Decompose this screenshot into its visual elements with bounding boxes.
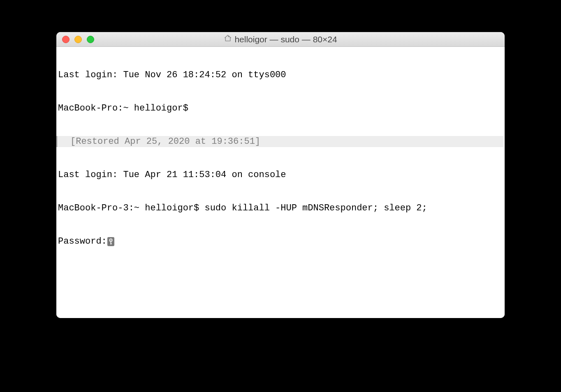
- titlebar[interactable]: helloigor — sudo — 80×24: [56, 32, 505, 47]
- prompt: MacBook-Pro-3:~ helloigor$: [58, 203, 204, 213]
- restored-session-label: [Restored Apr 25, 2020 at 19:36:51]: [58, 136, 260, 147]
- window-title: helloigor — sudo — 80×24: [234, 35, 337, 44]
- svg-rect-4: [110, 243, 111, 244]
- minimize-button[interactable]: [74, 36, 82, 43]
- terminal-window: helloigor — sudo — 80×24 Last login: Tue…: [56, 32, 505, 318]
- svg-point-2: [110, 240, 111, 240]
- password-label: Password:: [58, 236, 107, 247]
- prompt-line: MacBook-Pro:~ helloigor$: [58, 103, 504, 114]
- command-line: MacBook-Pro-3:~ helloigor$ sudo killall …: [58, 203, 504, 214]
- terminal-body[interactable]: Last login: Tue Nov 26 18:24:52 on ttys0…: [56, 47, 505, 318]
- window-title-group: helloigor — sudo — 80×24: [56, 34, 505, 44]
- output-line: Last login: Tue Apr 21 11:53:04 on conso…: [58, 169, 504, 180]
- key-icon: [107, 237, 114, 246]
- maximize-button[interactable]: [87, 36, 94, 43]
- command-text: sudo killall -HUP mDNSResponder; sleep 2…: [204, 203, 427, 213]
- restored-session-row: [Restored Apr 25, 2020 at 19:36:51]: [56, 136, 504, 147]
- home-icon: [224, 34, 232, 44]
- window-controls: [62, 36, 94, 43]
- password-prompt-row[interactable]: Password:: [58, 236, 504, 247]
- svg-rect-0: [228, 36, 230, 37]
- output-line: Last login: Tue Nov 26 18:24:52 on ttys0…: [58, 69, 504, 81]
- close-button[interactable]: [62, 36, 70, 43]
